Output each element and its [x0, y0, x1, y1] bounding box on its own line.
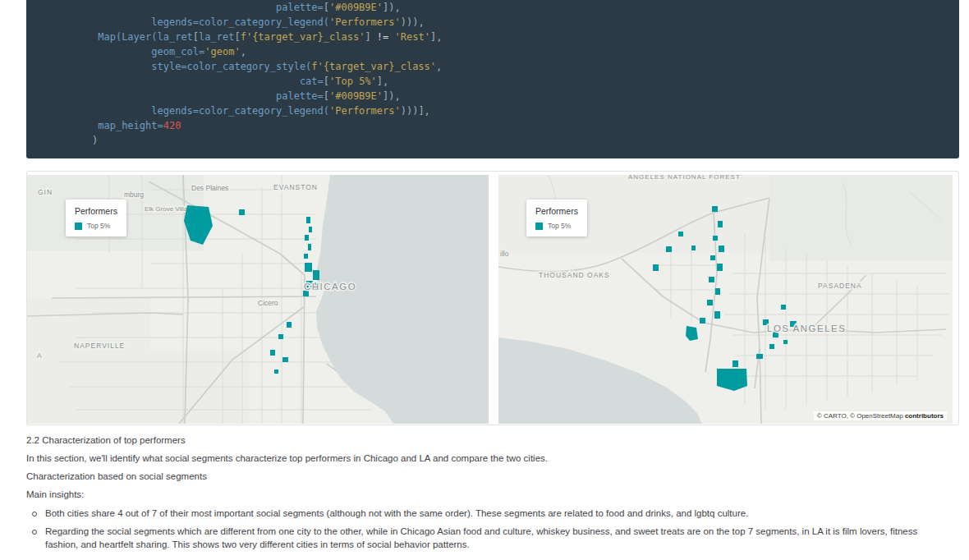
top-performer-area: [270, 350, 275, 356]
top-performer-area: [712, 206, 718, 212]
top-performer-area: [710, 255, 715, 260]
section-heading: 2.2 Characterization of top performers: [26, 434, 946, 447]
map-label: A: [37, 351, 43, 360]
map-label: ANGELES NATIONAL FOREST: [628, 175, 741, 181]
intro-paragraph: In this section, we'll identify what soc…: [26, 452, 946, 465]
top-performer-area: [718, 221, 723, 227]
code-line: palette=['#009B9E']),: [92, 89, 959, 103]
legend-item-top5: Top 5%: [535, 222, 578, 230]
insights-label: Main insights:: [26, 488, 946, 501]
map-label: THOUSAND OAKS: [539, 271, 610, 279]
insights-list: Both cities share 4 out of 7 of their mo…: [26, 507, 946, 551]
code-line: legends=color_category_legend('Performer…: [92, 103, 959, 118]
insight-item: Regarding the social segments which are …: [26, 525, 946, 551]
chicago-map[interactable]: Elk Grove Village GINmburgDes PlainesEVA…: [27, 175, 489, 424]
code-line: Map(Layer(la_ret[la_ret[f'{target_var}_c…: [92, 30, 959, 44]
map-label: Cicero: [258, 299, 278, 307]
attribution-text: © CARTO, © OpenStreetMap: [817, 412, 905, 420]
code-line: ): [92, 133, 959, 148]
code-line: palette=['#009B9E']),: [92, 0, 959, 15]
legend-swatch-top5: [75, 223, 82, 230]
map-label: GIN: [38, 188, 53, 196]
code-cell: palette=['#009B9E']), legends=color_cate…: [26, 0, 959, 158]
top-performer-area: [313, 270, 319, 280]
top-performer-area: [304, 254, 308, 259]
legend-swatch-top5: [535, 223, 543, 230]
code-line: legends=color_category_legend('Performer…: [92, 15, 959, 30]
attribution-contributors: contributors: [905, 412, 944, 420]
top-performer-area: [717, 264, 723, 271]
notebook-text: 2.2 Characterization of top performers I…: [26, 434, 946, 556]
top-performer-area: [709, 277, 714, 282]
top-performer-area: [666, 246, 672, 252]
top-performer-area: [308, 244, 311, 250]
insight-item: Both cities share 4 out of 7 of their mo…: [26, 507, 946, 520]
legend-item-label: Top 5%: [548, 222, 571, 230]
top-performer-area: [309, 227, 312, 232]
subheading: Characterization based on social segment…: [26, 470, 946, 483]
legend-performers: Performers Top 5%: [66, 200, 126, 236]
top-performer-area: [305, 263, 312, 272]
legend-item-top5: Top 5%: [75, 222, 117, 230]
top-performer-area: [769, 344, 774, 349]
legend-title: Performers: [535, 206, 578, 216]
map-label: CHICAGO: [304, 282, 356, 291]
map-label: PASADENA: [818, 282, 862, 290]
top-performer-area: [700, 318, 705, 324]
la-map[interactable]: ANGELES NATIONAL FORESTilloTHOUSAND OAKS…: [498, 175, 953, 424]
legend-item-label: Top 5%: [87, 222, 110, 230]
top-performer-area: [282, 357, 288, 362]
code-line: map_height=420: [92, 118, 959, 133]
map-label: Des Plaines: [191, 184, 228, 192]
top-performer-area: [691, 246, 696, 250]
maps-panel: Elk Grove Village GINmburgDes PlainesEVA…: [26, 171, 959, 425]
top-performer-area: [287, 322, 292, 328]
map-attribution[interactable]: © CARTO, © OpenStreetMap contributors: [814, 411, 947, 420]
top-performer-area: [274, 370, 278, 374]
code-block: palette=['#009B9E']), legends=color_cate…: [26, 0, 959, 158]
legend-performers: Performers Top 5%: [526, 200, 587, 236]
top-performer-area: [707, 300, 713, 305]
map-label: EVANSTON: [273, 183, 318, 191]
top-performer-area: [239, 209, 245, 215]
top-performer-area: [305, 235, 309, 241]
top-performer-area: [306, 217, 310, 223]
top-performer-area: [713, 236, 718, 241]
legend-title: Performers: [75, 206, 117, 216]
map-label: LOS ANGELES: [767, 324, 846, 333]
top-performer-area: [714, 311, 720, 319]
code-line: style=color_category_style(f'{target_var…: [92, 59, 959, 74]
top-performer-area: [781, 305, 786, 310]
top-performer-area: [719, 246, 724, 252]
map-label: NAPERVILLE: [74, 342, 125, 350]
top-performer-area: [303, 291, 309, 296]
map-label: mburg: [124, 190, 144, 199]
top-performer-area: [756, 354, 763, 359]
top-performer-area: [278, 334, 283, 339]
top-performer-area: [783, 340, 788, 344]
map-label: illo: [500, 250, 509, 258]
top-performer-area: [715, 288, 720, 295]
top-performer-area: [653, 264, 659, 271]
code-line: geom_col='geom',: [92, 44, 959, 59]
code-line: cat=['Top 5%'],: [92, 74, 959, 89]
top-performer-area: [678, 232, 683, 236]
top-performer-area: [732, 360, 738, 367]
